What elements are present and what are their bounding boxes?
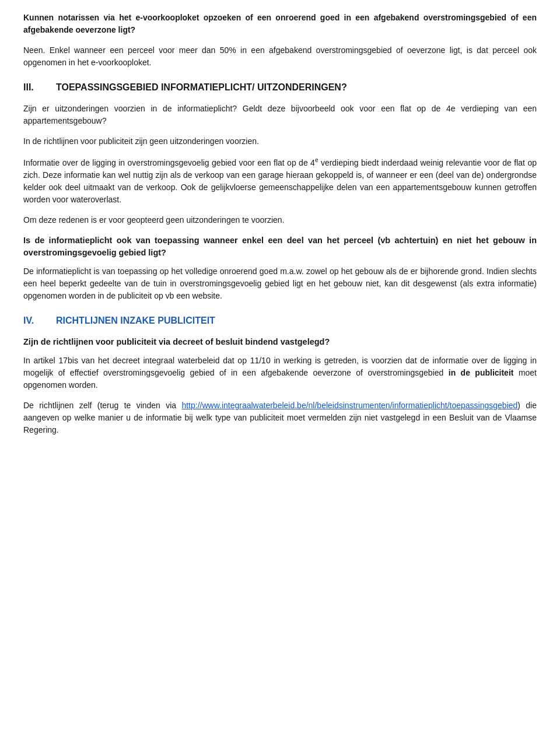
- question-2: Zijn er uitzonderingen voorzien in de in…: [23, 103, 537, 127]
- answer-2a: In de richtlijnen voor publiciteit zijn …: [23, 135, 537, 148]
- section-heading-3: III. TOEPASSINGSGEBIED INFORMATIEPLICHT/…: [23, 80, 537, 94]
- question-1: Kunnen notarissen via het e-voorkooploke…: [23, 12, 537, 36]
- section-number-3: III.: [23, 80, 47, 94]
- question-3: Is de informatieplicht ook van toepassin…: [23, 234, 537, 260]
- section-title-3: TOEPASSINGSGEBIED INFORMATIEPLICHT/ UITZ…: [56, 80, 347, 94]
- richtlijnen-link[interactable]: http://www.integraalwaterbeleid.be/nl/be…: [181, 401, 517, 410]
- answer-1: Neen. Enkel wanneer een perceel voor mee…: [23, 44, 537, 69]
- answer-2b: Informatie over de ligging in overstromi…: [23, 156, 537, 206]
- question-4: Zijn de richtlijnen voor publiciteit via…: [23, 336, 537, 349]
- bold-publiciteit: in de publiciteit: [449, 368, 514, 377]
- answer-4a: In artikel 17bis van het decreet integra…: [23, 355, 537, 391]
- section-heading-4: IV. RICHTLIJNEN INZAKE PUBLICITEIT: [23, 314, 537, 328]
- section-title-4: RICHTLIJNEN INZAKE PUBLICITEIT: [56, 314, 215, 328]
- document-container: Kunnen notarissen via het e-voorkooploke…: [23, 12, 537, 436]
- superscript-e: e: [315, 157, 318, 163]
- answer-2c: Om deze redenen is er voor geopteerd gee…: [23, 214, 537, 226]
- section-number-4: IV.: [23, 314, 47, 328]
- answer-3: De informatieplicht is van toepassing op…: [23, 265, 537, 302]
- answer-4b: De richtlijnen zelf (terug te vinden via…: [23, 399, 537, 436]
